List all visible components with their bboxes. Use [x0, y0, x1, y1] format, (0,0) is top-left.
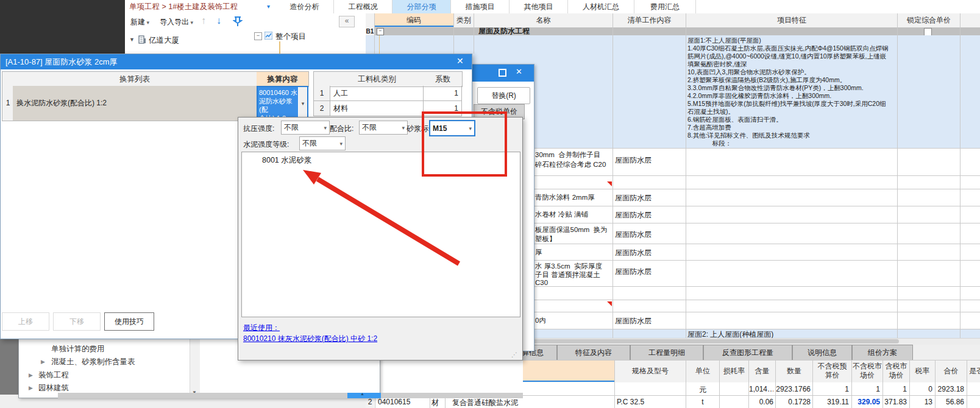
cell-market[interactable]: 1 [852, 385, 880, 393]
breadcrumb[interactable]: 单项工程 > 1#楼土建及装饰工程 [129, 2, 269, 12]
resize-grip-icon[interactable]: ⋰ [511, 351, 518, 358]
tab-cost-summary[interactable]: 费用汇总 [634, 0, 696, 13]
recent-used-link[interactable]: 80010210 抹灰水泥砂浆(配合比) 中砂 1:2 [243, 334, 377, 344]
replace-button[interactable]: 替换(R) [477, 87, 530, 104]
top-left-dark-area [0, 0, 125, 54]
cell-tax-market[interactable]: 371.83 [883, 398, 907, 406]
new-button[interactable]: 新建 ▾ [130, 17, 149, 27]
cell-budget[interactable]: 1 [813, 385, 849, 393]
conv-value-dropdown[interactable]: 80010460 水 泥防水砂浆(配 合比) 1:2 ▾ [257, 86, 308, 121]
b1-name[interactable]: 屋面及防水工程 [478, 27, 612, 35]
row-name-cell[interactable]: 板屋面保温50mm 换为 [535, 225, 608, 234]
row-name-cell[interactable]: 青防水涂料 2mm厚 [535, 193, 595, 202]
hscroll-thumb[interactable] [527, 339, 899, 343]
tree-item-landscape[interactable]: 园林建筑 [38, 383, 69, 393]
row-name-cell[interactable]: 子目 普通预拌混凝土 [535, 270, 600, 280]
row-name-cell[interactable]: 碎石粒径综合考虑 C20 [535, 160, 606, 169]
lm-row-1-category[interactable]: 人工 [330, 86, 424, 101]
cell-content[interactable]: 0.06 [749, 398, 773, 406]
cell-market[interactable]: 329.05 [852, 398, 880, 406]
cell-name[interactable]: 复合普通硅酸盐水泥 [452, 398, 611, 408]
cell-rate[interactable]: 13 [910, 398, 932, 406]
row-work-cell[interactable]: 屋面防水层 [615, 210, 652, 220]
collapse-caret-icon[interactable]: ▼ [129, 37, 135, 43]
row-name-cell[interactable]: 水卷材 冷贴 满铺 [535, 210, 588, 219]
collapse-panel-button[interactable]: « [339, 16, 355, 27]
row-name-cell[interactable]: C30 [535, 279, 548, 286]
building-item[interactable]: 亿道大厦 [149, 35, 222, 46]
cell-qty[interactable]: 0.1728 [774, 398, 811, 406]
move-down-button[interactable]: ↓ [216, 15, 221, 26]
recent-used-label[interactable]: 最近使用： [243, 323, 280, 333]
b1-expand-box[interactable]: − [377, 28, 384, 35]
feature-text-block[interactable]: 屋面1:不上人屋面(平屋面) 1.40厚C30细石凝土防水层,表面压实抹光,内配… [687, 37, 898, 147]
dialog-titlebar[interactable]: [A1-10-87] 屋面防水砂浆 2cm厚 ✕ [1, 54, 472, 69]
tri-right-icon[interactable]: ▶ [29, 385, 33, 391]
row-work-cell[interactable]: 屋面防水层 [615, 316, 652, 326]
breadcrumb-dropdown-icon[interactable]: ▾ [267, 3, 270, 10]
close-button[interactable]: ✕ [516, 67, 522, 76]
cell-rate[interactable]: 0 [910, 385, 932, 393]
overlay-hscrollbar[interactable]: ▲ [58, 393, 523, 398]
row-work-cell[interactable]: 屋面防水层 [615, 155, 652, 166]
grid-row-b1[interactable] [366, 27, 980, 36]
move-up-button[interactable]: 上移 [2, 312, 49, 331]
close-button[interactable]: ✕ [456, 56, 464, 66]
cell-total[interactable]: 56.86 [934, 398, 964, 406]
usage-tips-button[interactable]: 使用技巧 [104, 312, 154, 331]
cell-unit[interactable]: t [686, 398, 719, 406]
mix-ratio-select[interactable]: 不限▾ [359, 121, 408, 135]
tree-item-decoration[interactable]: 装饰工程 [38, 370, 69, 381]
cell-code[interactable]: 04010615 [378, 398, 427, 406]
mortar-list-item[interactable]: 8001 水泥砂浆 [262, 155, 311, 166]
tree-expand-box[interactable]: − [254, 32, 262, 40]
tab-measure-items[interactable]: 措施项目 [451, 0, 510, 13]
tab-quantity-detail[interactable]: 工程量明细 [630, 345, 703, 361]
row-work-cell[interactable]: 屋面防水层 [615, 267, 652, 277]
row-name-cell[interactable]: 塑板】 [535, 234, 556, 244]
tab-labor-material-summary[interactable]: 人材机汇总 [568, 0, 634, 13]
import-export-button[interactable]: 导入导出 ▾ [160, 17, 193, 27]
btm-vline [812, 360, 813, 408]
tab-pricing-scheme[interactable]: 组价方案 [852, 345, 913, 361]
dropdown-button[interactable]: ▾ [299, 87, 307, 119]
cell-qty[interactable]: 2923.1766 [774, 385, 811, 393]
cell-spec[interactable]: P.C 32.5 [617, 398, 684, 406]
tri-right-icon[interactable]: ▶ [29, 372, 33, 378]
move-up-button[interactable]: ↑ [201, 15, 206, 26]
cell-total[interactable]: 2923.18 [934, 385, 964, 393]
tab-subsection-items[interactable]: 分部分项 [392, 0, 451, 13]
row-name-cell[interactable]: 30mm 合并制作子目 [535, 150, 600, 160]
cell-category[interactable]: 材 [431, 398, 445, 408]
lm-row-1-coef[interactable]: 1 [424, 86, 462, 101]
lm-row-2-category[interactable]: 材料 [330, 101, 424, 116]
cell-budget[interactable]: 319.11 [813, 398, 849, 406]
tab-feature-content[interactable]: 特征及内容 [557, 345, 630, 361]
move-down-button[interactable]: 下移 [53, 312, 101, 331]
tab-project-overview[interactable]: 工程概况 [334, 0, 392, 13]
row-name-cell[interactable]: 水 厚3.5cm 实际厚度 [535, 262, 602, 271]
tree-vscrollbar[interactable]: ▼ [190, 337, 200, 396]
cell-tax-market[interactable]: 1 [883, 385, 907, 393]
tab-description-info[interactable]: 说明信息 [792, 345, 852, 361]
row-work-cell[interactable]: 屋面防水层 [615, 193, 652, 203]
tab-cost-analysis[interactable]: 造价分析 [275, 0, 334, 13]
replace-window-titlebar[interactable]: ✕ [472, 65, 534, 82]
tree-item-separate-cost[interactable]: 单独计算的费用 [51, 344, 105, 354]
pin-icon[interactable] [233, 16, 243, 27]
maximize-button[interactable] [499, 69, 506, 77]
row-name-cell[interactable]: 0内 [535, 316, 546, 325]
cell-content[interactable]: 1,014… [749, 385, 773, 393]
tab-reverse-check-quantity[interactable]: 反查图形工程量 [703, 345, 792, 361]
cell-unit[interactable]: 元 [686, 385, 719, 395]
row-name-cell[interactable]: 厚 [535, 248, 542, 257]
tree-item-concrete-mortar[interactable]: 混凝土、砂浆制作含量表 [51, 357, 135, 367]
tab-other-items[interactable]: 其他项目 [510, 0, 568, 13]
row-work-cell[interactable]: 屋面防水层 [615, 248, 652, 258]
compressive-strength-select[interactable]: 不限▾ [281, 121, 330, 135]
cement-grade-select[interactable]: 不限▾ [299, 136, 346, 150]
row-work-cell[interactable]: 屋面防水层 [615, 230, 652, 240]
tree-root-item[interactable]: 整个项目 [275, 32, 336, 42]
tri-right-icon[interactable]: ▶ [41, 359, 45, 365]
conv-row-label-cell[interactable]: 换水泥防水砂浆(配合比) 1:2 [13, 86, 257, 121]
